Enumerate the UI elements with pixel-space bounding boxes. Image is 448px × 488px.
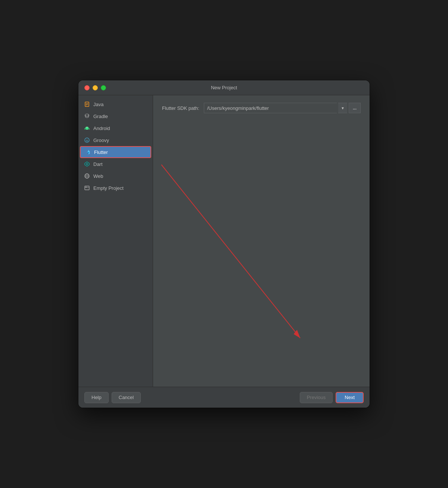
groovy-icon: G bbox=[84, 137, 90, 143]
sidebar-item-web[interactable]: Web bbox=[78, 170, 153, 182]
android-icon bbox=[84, 125, 90, 132]
sidebar-label-java: Java bbox=[93, 102, 103, 107]
svg-point-5 bbox=[86, 127, 87, 128]
sdk-browse-button[interactable]: ... bbox=[349, 103, 361, 113]
title-bar: New Project bbox=[78, 80, 370, 95]
window-wrapper: New Project Java Gradle bbox=[78, 80, 370, 408]
java-icon bbox=[84, 101, 90, 108]
traffic-lights bbox=[84, 85, 106, 90]
sidebar-item-empty[interactable]: Empty Project bbox=[78, 182, 153, 194]
annotation-arrow bbox=[153, 95, 370, 366]
sdk-path-input[interactable] bbox=[204, 103, 337, 113]
sidebar-label-android: Android bbox=[93, 126, 110, 131]
sdk-dropdown-button[interactable]: ▼ bbox=[338, 103, 347, 113]
sdk-row: Flutter SDK path: ▼ ... bbox=[162, 103, 361, 113]
svg-line-22 bbox=[161, 165, 300, 338]
sidebar-label-groovy: Groovy bbox=[93, 138, 109, 143]
cancel-button[interactable]: Cancel bbox=[112, 392, 141, 403]
sidebar-item-gradle[interactable]: Gradle bbox=[78, 110, 153, 122]
footer-right: Previous Next bbox=[300, 392, 364, 403]
sidebar-label-web: Web bbox=[93, 173, 103, 179]
svg-text:G: G bbox=[86, 139, 88, 142]
web-icon bbox=[84, 173, 90, 179]
sidebar-label-flutter: Flutter bbox=[94, 149, 108, 155]
window-body: Java Gradle Android G bbox=[78, 95, 370, 387]
empty-project-icon bbox=[84, 185, 90, 191]
svg-line-7 bbox=[85, 128, 85, 129]
svg-rect-18 bbox=[85, 186, 89, 190]
svg-point-4 bbox=[85, 114, 89, 116]
sidebar-item-groovy[interactable]: G Groovy bbox=[78, 134, 153, 146]
window-title: New Project bbox=[211, 85, 237, 90]
svg-line-8 bbox=[89, 128, 90, 129]
new-project-window: New Project Java Gradle bbox=[78, 80, 370, 408]
sidebar-label-empty: Empty Project bbox=[93, 185, 124, 191]
main-panel: Flutter SDK path: ▼ ... bbox=[153, 95, 370, 387]
previous-button[interactable]: Previous bbox=[300, 392, 333, 403]
sidebar-item-java[interactable]: Java bbox=[78, 98, 153, 110]
sdk-label: Flutter SDK path: bbox=[162, 105, 199, 111]
help-button[interactable]: Help bbox=[84, 392, 109, 403]
svg-point-6 bbox=[87, 127, 88, 128]
window-footer: Help Cancel Previous Next bbox=[78, 387, 370, 408]
maximize-button[interactable] bbox=[101, 85, 106, 90]
gradle-icon bbox=[84, 113, 90, 120]
flutter-icon bbox=[84, 149, 91, 155]
footer-left: Help Cancel bbox=[84, 392, 141, 403]
sidebar-item-android[interactable]: Android bbox=[78, 122, 153, 134]
close-button[interactable] bbox=[84, 85, 90, 90]
chevron-down-icon: ▼ bbox=[341, 106, 345, 110]
dart-icon bbox=[84, 161, 90, 167]
minimize-button[interactable] bbox=[93, 85, 98, 90]
sidebar-label-dart: Dart bbox=[93, 161, 103, 167]
sdk-input-wrapper: ▼ ... bbox=[204, 103, 361, 113]
next-button[interactable]: Next bbox=[336, 392, 364, 403]
sidebar: Java Gradle Android G bbox=[78, 95, 153, 387]
sidebar-label-gradle: Gradle bbox=[93, 114, 108, 119]
browse-icon: ... bbox=[353, 105, 357, 111]
svg-point-14 bbox=[86, 163, 88, 165]
sidebar-item-dart[interactable]: Dart bbox=[78, 158, 153, 170]
svg-rect-20 bbox=[85, 187, 87, 188]
sidebar-item-flutter[interactable]: Flutter bbox=[80, 146, 151, 158]
